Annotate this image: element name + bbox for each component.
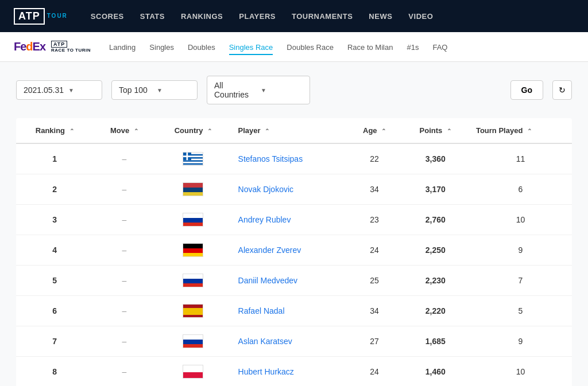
cell-ranking: 5 bbox=[16, 266, 93, 296]
nav-tournaments[interactable]: TOURNAMENTS bbox=[292, 11, 353, 21]
stats-link[interactable]: STATS bbox=[140, 12, 165, 21]
th-tourn-played[interactable]: Tourn Played ⌃ bbox=[469, 118, 572, 143]
svg-rect-20 bbox=[183, 283, 203, 287]
th-player[interactable]: Player ⌃ bbox=[231, 118, 347, 143]
cell-ranking: 7 bbox=[16, 326, 93, 357]
cell-player: Andrey Rublev bbox=[231, 205, 347, 235]
nav-news[interactable]: NEWS bbox=[369, 11, 392, 21]
cell-move: – bbox=[93, 266, 155, 296]
player-sort-icon: ⌃ bbox=[265, 128, 269, 134]
subnav-doubles-race[interactable]: Doubles Race bbox=[287, 42, 334, 52]
table-row: 5 – Daniil Medvedev 25 2,230 7 bbox=[16, 266, 572, 296]
subnav-singles[interactable]: Singles bbox=[149, 42, 174, 52]
race-to-milan-link[interactable]: Race to Milan bbox=[347, 43, 393, 54]
subnav-race-to-milan[interactable]: Race to Milan bbox=[347, 42, 393, 52]
doubles-link[interactable]: Doubles bbox=[188, 43, 215, 54]
fedex-text: FedEx bbox=[14, 40, 45, 53]
svg-rect-8 bbox=[183, 155, 191, 157]
country-sort-icon: ⌃ bbox=[207, 128, 212, 134]
cell-age: 24 bbox=[347, 357, 402, 387]
top-chevron-icon: ▼ bbox=[157, 87, 190, 93]
cell-tourn-played: 9 bbox=[469, 235, 572, 266]
subnav-ones[interactable]: #1s bbox=[407, 42, 419, 52]
svg-rect-22 bbox=[183, 308, 203, 315]
player-link[interactable]: Alexander Zverev bbox=[238, 245, 301, 255]
cell-move: – bbox=[93, 357, 155, 387]
date-filter[interactable]: 2021.05.31 ▼ bbox=[16, 80, 102, 100]
top-filter-value: Top 100 bbox=[119, 85, 152, 95]
country-filter-value: All Countries bbox=[214, 81, 256, 99]
players-link[interactable]: PLAYERS bbox=[239, 12, 276, 21]
svg-rect-15 bbox=[183, 244, 203, 248]
video-link[interactable]: VIDEO bbox=[408, 12, 433, 21]
nav-scores[interactable]: SCORES bbox=[91, 11, 124, 21]
subnav-landing[interactable]: Landing bbox=[109, 42, 136, 52]
svg-rect-17 bbox=[183, 253, 203, 257]
table-row: 3 – Andrey Rublev 23 2,760 10 bbox=[16, 205, 572, 235]
th-points[interactable]: Points ⌃ bbox=[402, 118, 469, 143]
table-row: 2 – Novak Djokovic 34 3,170 6 bbox=[16, 174, 572, 205]
cell-points: 2,230 bbox=[402, 266, 469, 296]
scores-link[interactable]: SCORES bbox=[91, 12, 124, 21]
cell-country bbox=[155, 143, 231, 174]
subnav-doubles[interactable]: Doubles bbox=[188, 42, 215, 52]
player-link[interactable]: Andrey Rublev bbox=[238, 215, 291, 224]
refresh-button[interactable]: ↻ bbox=[552, 80, 572, 100]
th-country[interactable]: Country ⌃ bbox=[155, 118, 231, 143]
player-link[interactable]: Novak Djokovic bbox=[238, 185, 293, 194]
singles-race-link[interactable]: Singles Race bbox=[229, 43, 273, 55]
atp-tour-label: TOUR bbox=[47, 14, 68, 19]
doubles-race-link[interactable]: Doubles Race bbox=[287, 43, 334, 54]
ones-link[interactable]: #1s bbox=[407, 43, 419, 54]
cell-player: Stefanos Tsitsipas bbox=[231, 143, 347, 174]
rankings-link[interactable]: RANKINGS bbox=[181, 12, 223, 21]
faq-link[interactable]: FAQ bbox=[432, 43, 447, 54]
tournaments-link[interactable]: TOURNAMENTS bbox=[292, 12, 353, 21]
svg-rect-19 bbox=[183, 279, 203, 283]
table-row: 4 – Alexander Zverev 24 2,250 9 bbox=[16, 235, 572, 266]
cell-age: 27 bbox=[347, 326, 402, 357]
cell-ranking: 6 bbox=[16, 296, 93, 326]
sub-navigation: FedEx ATP RACE TO TURIN Landing Singles … bbox=[0, 32, 588, 62]
cell-country bbox=[155, 266, 231, 296]
player-link[interactable]: Aslan Karatsev bbox=[238, 337, 292, 346]
cell-age: 24 bbox=[347, 235, 402, 266]
player-link[interactable]: Stefanos Tsitsipas bbox=[238, 154, 303, 163]
cell-points: 3,170 bbox=[402, 174, 469, 205]
cell-tourn-played: 9 bbox=[469, 326, 572, 357]
fedex-logo: FedEx ATP RACE TO TURIN bbox=[14, 40, 91, 53]
svg-rect-21 bbox=[183, 305, 203, 308]
th-move[interactable]: Move ⌃ bbox=[93, 118, 155, 143]
top-filter[interactable]: Top 100 ▼ bbox=[111, 80, 198, 100]
nav-rankings[interactable]: RANKINGS bbox=[181, 11, 223, 21]
svg-rect-10 bbox=[183, 188, 203, 192]
cell-move: – bbox=[93, 235, 155, 266]
tour-text: TOUR bbox=[47, 13, 68, 19]
player-link[interactable]: Rafael Nadal bbox=[238, 306, 285, 315]
news-link[interactable]: NEWS bbox=[369, 12, 392, 21]
player-link[interactable]: Daniil Medvedev bbox=[238, 276, 298, 285]
cell-ranking: 3 bbox=[16, 205, 93, 235]
svg-rect-5 bbox=[183, 165, 203, 166]
cell-ranking: 8 bbox=[16, 357, 93, 387]
cell-age: 34 bbox=[347, 174, 402, 205]
atp-race-badge: ATP RACE TO TURIN bbox=[51, 41, 91, 53]
nav-stats[interactable]: STATS bbox=[140, 11, 165, 21]
go-button[interactable]: Go bbox=[510, 80, 543, 100]
landing-link[interactable]: Landing bbox=[109, 43, 136, 54]
race-to-turin-label: RACE TO TURIN bbox=[51, 48, 91, 53]
player-link[interactable]: Hubert Hurkacz bbox=[238, 367, 294, 376]
subnav-faq[interactable]: FAQ bbox=[432, 42, 447, 52]
svg-rect-18 bbox=[183, 274, 203, 279]
th-age[interactable]: Age ⌃ bbox=[347, 118, 402, 143]
th-ranking[interactable]: Ranking ⌃ bbox=[16, 118, 93, 143]
nav-players[interactable]: PLAYERS bbox=[239, 11, 276, 21]
country-filter[interactable]: All Countries ▼ bbox=[207, 76, 310, 104]
subnav-singles-race[interactable]: Singles Race bbox=[229, 42, 273, 52]
filters-bar: 2021.05.31 ▼ Top 100 ▼ All Countries ▼ G… bbox=[16, 76, 572, 104]
nav-video[interactable]: VIDEO bbox=[408, 11, 433, 21]
cell-player: Daniil Medvedev bbox=[231, 266, 347, 296]
cell-move: – bbox=[93, 296, 155, 326]
singles-link[interactable]: Singles bbox=[149, 43, 174, 54]
svg-rect-24 bbox=[183, 335, 203, 340]
